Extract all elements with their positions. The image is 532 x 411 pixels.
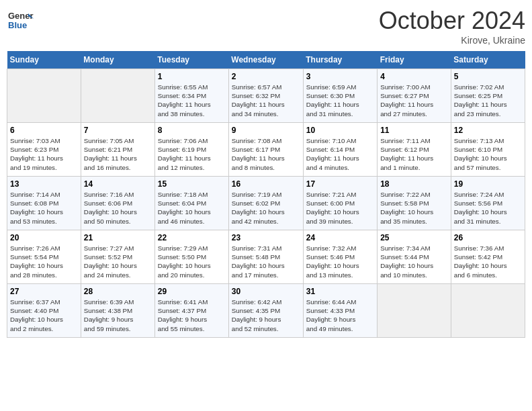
day-number: 3: [306, 72, 374, 81]
calendar-cell: 3Sunrise: 6:59 AMSunset: 6:30 PMDaylight…: [303, 69, 377, 123]
calendar-cell: 27Sunrise: 6:37 AMSunset: 4:40 PMDayligh…: [7, 284, 81, 338]
calendar-cell: [81, 69, 154, 123]
weekday-header: Sunday: [7, 51, 81, 69]
day-info: Sunrise: 7:16 AMSunset: 6:06 PMDaylight:…: [84, 190, 152, 226]
calendar-cell: [7, 69, 81, 123]
day-number: 27: [10, 287, 78, 296]
calendar-cell: 22Sunrise: 7:29 AMSunset: 5:50 PMDayligh…: [154, 230, 228, 284]
day-number: 31: [306, 287, 374, 296]
day-number: 24: [306, 233, 374, 242]
calendar-cell: 28Sunrise: 6:39 AMSunset: 4:38 PMDayligh…: [81, 284, 154, 338]
day-info: Sunrise: 7:24 AMSunset: 5:56 PMDaylight:…: [454, 190, 522, 226]
weekday-header: Saturday: [451, 51, 525, 69]
day-info: Sunrise: 7:19 AMSunset: 6:02 PMDaylight:…: [232, 190, 300, 226]
calendar-cell: 20Sunrise: 7:26 AMSunset: 5:54 PMDayligh…: [7, 230, 81, 284]
day-info: Sunrise: 7:00 AMSunset: 6:27 PMDaylight:…: [380, 83, 448, 118]
weekday-header: Friday: [378, 51, 451, 69]
day-info: Sunrise: 6:42 AMSunset: 4:35 PMDaylight:…: [232, 298, 300, 333]
calendar-cell: 17Sunrise: 7:21 AMSunset: 6:00 PMDayligh…: [303, 177, 377, 230]
calendar-week-row: 1Sunrise: 6:55 AMSunset: 6:34 PMDaylight…: [7, 69, 525, 123]
day-info: Sunrise: 7:05 AMSunset: 6:21 PMDaylight:…: [84, 136, 152, 172]
day-info: Sunrise: 7:18 AMSunset: 6:04 PMDaylight:…: [158, 190, 226, 226]
day-info: Sunrise: 7:29 AMSunset: 5:50 PMDaylight:…: [158, 244, 226, 279]
day-number: 16: [232, 179, 300, 189]
day-number: 18: [380, 179, 448, 189]
day-info: Sunrise: 7:11 AMSunset: 6:12 PMDaylight:…: [380, 136, 448, 172]
calendar-cell: 23Sunrise: 7:31 AMSunset: 5:48 PMDayligh…: [228, 230, 303, 284]
weekday-header: Wednesday: [228, 51, 303, 69]
calendar-cell: 19Sunrise: 7:24 AMSunset: 5:56 PMDayligh…: [451, 177, 525, 230]
day-number: 5: [454, 72, 522, 81]
day-number: 29: [158, 287, 226, 296]
page-header: General Blue October 2024 Kirove, Ukrain…: [7, 7, 525, 46]
calendar-cell: 29Sunrise: 6:41 AMSunset: 4:37 PMDayligh…: [154, 284, 228, 338]
calendar-week-row: 20Sunrise: 7:26 AMSunset: 5:54 PMDayligh…: [7, 230, 525, 284]
day-number: 1: [158, 72, 226, 81]
day-info: Sunrise: 7:21 AMSunset: 6:00 PMDaylight:…: [306, 190, 374, 226]
day-number: 15: [158, 179, 226, 189]
calendar-cell: 26Sunrise: 7:36 AMSunset: 5:42 PMDayligh…: [451, 230, 525, 284]
title-area: October 2024 Kirove, Ukraine: [379, 7, 525, 46]
calendar-cell: 15Sunrise: 7:18 AMSunset: 6:04 PMDayligh…: [154, 177, 228, 230]
calendar-cell: 5Sunrise: 7:02 AMSunset: 6:25 PMDaylight…: [451, 69, 525, 123]
calendar-cell: [451, 284, 525, 338]
day-info: Sunrise: 6:39 AMSunset: 4:38 PMDaylight:…: [84, 298, 152, 333]
month-title: October 2024: [379, 7, 525, 35]
day-number: 4: [380, 72, 448, 81]
day-info: Sunrise: 7:27 AMSunset: 5:52 PMDaylight:…: [84, 244, 152, 279]
calendar-week-row: 27Sunrise: 6:37 AMSunset: 4:40 PMDayligh…: [7, 284, 525, 338]
day-info: Sunrise: 7:36 AMSunset: 5:42 PMDaylight:…: [454, 244, 522, 279]
calendar-cell: 30Sunrise: 6:42 AMSunset: 4:35 PMDayligh…: [228, 284, 303, 338]
day-info: Sunrise: 6:55 AMSunset: 6:34 PMDaylight:…: [158, 83, 226, 118]
day-info: Sunrise: 7:13 AMSunset: 6:10 PMDaylight:…: [454, 136, 522, 172]
day-info: Sunrise: 7:26 AMSunset: 5:54 PMDaylight:…: [10, 244, 78, 279]
day-number: 26: [454, 233, 522, 242]
day-number: 30: [232, 287, 300, 296]
day-number: 25: [380, 233, 448, 242]
day-info: Sunrise: 6:57 AMSunset: 6:32 PMDaylight:…: [232, 83, 300, 118]
calendar-cell: 11Sunrise: 7:11 AMSunset: 6:12 PMDayligh…: [378, 123, 451, 177]
day-number: 17: [306, 179, 374, 189]
day-number: 22: [158, 233, 226, 242]
day-info: Sunrise: 7:03 AMSunset: 6:23 PMDaylight:…: [10, 136, 78, 172]
calendar-cell: 4Sunrise: 7:00 AMSunset: 6:27 PMDaylight…: [378, 69, 451, 123]
calendar-cell: 10Sunrise: 7:10 AMSunset: 6:14 PMDayligh…: [303, 123, 377, 177]
day-info: Sunrise: 7:32 AMSunset: 5:46 PMDaylight:…: [306, 244, 374, 279]
day-number: 23: [232, 233, 300, 242]
day-info: Sunrise: 7:22 AMSunset: 5:58 PMDaylight:…: [380, 190, 448, 226]
day-number: 10: [306, 126, 374, 135]
day-info: Sunrise: 7:34 AMSunset: 5:44 PMDaylight:…: [380, 244, 448, 279]
day-number: 9: [232, 126, 300, 135]
calendar-cell: 7Sunrise: 7:05 AMSunset: 6:21 PMDaylight…: [81, 123, 154, 177]
calendar-week-row: 6Sunrise: 7:03 AMSunset: 6:23 PMDaylight…: [7, 123, 525, 177]
day-number: 8: [158, 126, 226, 135]
calendar-week-row: 13Sunrise: 7:14 AMSunset: 6:08 PMDayligh…: [7, 177, 525, 230]
day-info: Sunrise: 7:14 AMSunset: 6:08 PMDaylight:…: [10, 190, 78, 226]
day-number: 7: [84, 126, 152, 135]
day-number: 2: [232, 72, 300, 81]
calendar-cell: 25Sunrise: 7:34 AMSunset: 5:44 PMDayligh…: [378, 230, 451, 284]
day-number: 20: [10, 233, 78, 242]
day-info: Sunrise: 7:10 AMSunset: 6:14 PMDaylight:…: [306, 136, 374, 172]
calendar-cell: 13Sunrise: 7:14 AMSunset: 6:08 PMDayligh…: [7, 177, 81, 230]
day-number: 13: [10, 179, 78, 189]
day-number: 6: [10, 126, 78, 135]
calendar-cell: 1Sunrise: 6:55 AMSunset: 6:34 PMDaylight…: [154, 69, 228, 123]
calendar-cell: 6Sunrise: 7:03 AMSunset: 6:23 PMDaylight…: [7, 123, 81, 177]
calendar-cell: 12Sunrise: 7:13 AMSunset: 6:10 PMDayligh…: [451, 123, 525, 177]
svg-text:Blue: Blue: [8, 20, 27, 30]
day-info: Sunrise: 6:37 AMSunset: 4:40 PMDaylight:…: [10, 298, 78, 333]
day-info: Sunrise: 6:44 AMSunset: 4:33 PMDaylight:…: [306, 298, 374, 333]
weekday-header: Thursday: [303, 51, 377, 69]
calendar-cell: 31Sunrise: 6:44 AMSunset: 4:33 PMDayligh…: [303, 284, 377, 338]
day-number: 12: [454, 126, 522, 135]
logo: General Blue: [7, 7, 36, 34]
calendar-cell: 16Sunrise: 7:19 AMSunset: 6:02 PMDayligh…: [228, 177, 303, 230]
day-info: Sunrise: 7:08 AMSunset: 6:17 PMDaylight:…: [232, 136, 300, 172]
day-number: 11: [380, 126, 448, 135]
calendar-cell: [378, 284, 451, 338]
calendar-cell: 2Sunrise: 6:57 AMSunset: 6:32 PMDaylight…: [228, 69, 303, 123]
day-number: 28: [84, 287, 152, 296]
calendar-cell: 21Sunrise: 7:27 AMSunset: 5:52 PMDayligh…: [81, 230, 154, 284]
day-info: Sunrise: 6:41 AMSunset: 4:37 PMDaylight:…: [158, 298, 226, 333]
